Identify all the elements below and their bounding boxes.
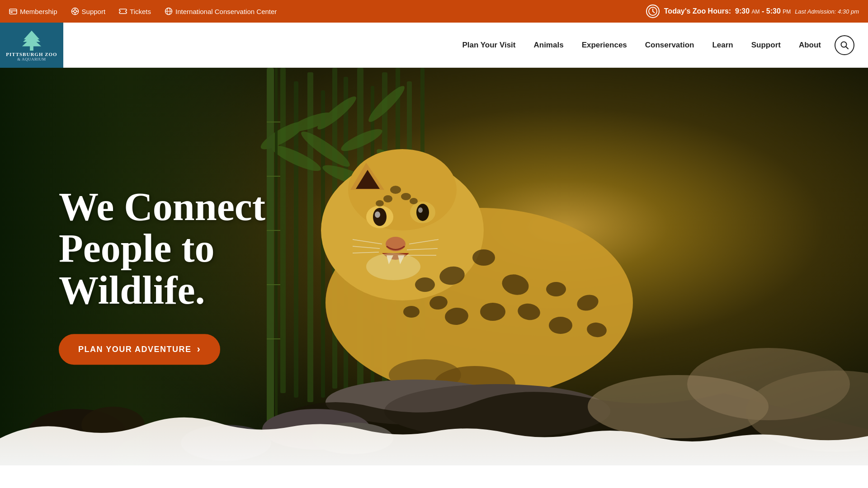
nav-links: Plan Your Visit Animals Experiences Cons… xyxy=(453,35,854,55)
nav-conservation[interactable]: Conservation xyxy=(636,36,703,54)
clock-icon xyxy=(646,5,660,18)
membership-label: Membership xyxy=(20,8,57,15)
utility-support[interactable]: Support xyxy=(71,7,106,15)
search-button[interactable] xyxy=(835,35,854,55)
svg-point-69 xyxy=(373,208,387,226)
hours-label-text: Today's Zoo Hours: xyxy=(664,7,731,15)
headline-line3: Wildlife. xyxy=(59,268,205,312)
plan-btn-label: PLAN YOUR ADVENTURE xyxy=(78,345,192,354)
membership-icon xyxy=(9,7,17,15)
nav-experiences[interactable]: Experiences xyxy=(573,36,636,54)
icc-label: International Conservation Center xyxy=(175,8,277,15)
nav-plan-your-visit[interactable]: Plan Your Visit xyxy=(453,36,524,54)
tickets-icon xyxy=(119,7,127,15)
logo-subtitle: & Aquarium xyxy=(17,57,46,61)
svg-point-84 xyxy=(376,200,384,206)
utility-membership[interactable]: Membership xyxy=(9,7,57,15)
hero-section: We Connect People to Wildlife. PLAN YOUR… xyxy=(0,68,868,465)
svg-line-20 xyxy=(846,47,848,49)
utility-icc[interactable]: International Conservation Center xyxy=(165,7,277,15)
plan-adventure-button[interactable]: PLAN YOUR ADVENTURE › xyxy=(59,334,220,365)
svg-point-70 xyxy=(375,211,380,218)
nav-support[interactable]: Support xyxy=(742,36,790,54)
svg-point-65 xyxy=(415,277,435,292)
svg-point-63 xyxy=(549,317,572,334)
svg-point-81 xyxy=(390,186,401,194)
svg-line-14 xyxy=(653,11,655,13)
svg-point-85 xyxy=(410,198,418,204)
nav-about[interactable]: About xyxy=(790,36,830,54)
svg-point-4 xyxy=(74,10,76,13)
nav-animals[interactable]: Animals xyxy=(524,36,572,54)
chevron-right-icon: › xyxy=(197,343,201,355)
svg-point-82 xyxy=(383,195,392,202)
hero-content: We Connect People to Wildlife. PLAN YOUR… xyxy=(59,186,265,365)
svg-point-86 xyxy=(366,253,420,280)
svg-point-72 xyxy=(416,204,429,221)
svg-point-59 xyxy=(480,303,505,321)
svg-rect-2 xyxy=(10,12,13,13)
hours-label: Today's Zoo Hours: 9:30 AM - 5:30 PM Las… xyxy=(664,7,859,15)
utility-bar: Membership Support Tickets xyxy=(0,0,868,23)
logo-content: Pittsburgh Zoo & Aquarium xyxy=(6,29,57,61)
logo[interactable]: Pittsburgh Zoo & Aquarium xyxy=(0,23,63,68)
svg-point-61 xyxy=(546,282,566,296)
utility-tickets[interactable]: Tickets xyxy=(119,7,151,15)
tickets-label: Tickets xyxy=(130,8,151,15)
svg-rect-0 xyxy=(9,9,17,14)
last-admission: Last Admission: 4:30 pm xyxy=(795,8,859,15)
logo-name: Pittsburgh Zoo xyxy=(6,52,57,57)
icc-icon xyxy=(165,7,173,15)
svg-point-73 xyxy=(418,207,423,213)
svg-point-83 xyxy=(401,193,411,200)
hero-headline: We Connect People to Wildlife. xyxy=(59,186,265,311)
support-label: Support xyxy=(82,8,106,15)
hours-section: Today's Zoo Hours: 9:30 AM - 5:30 PM Las… xyxy=(646,5,859,18)
support-icon xyxy=(71,7,79,15)
svg-rect-23 xyxy=(280,68,286,393)
main-nav: Pittsburgh Zoo & Aquarium Plan Your Visi… xyxy=(0,23,868,68)
headline-line2: People to xyxy=(59,227,215,271)
nav-learn[interactable]: Learn xyxy=(703,36,742,54)
headline-line1: We Connect xyxy=(59,185,265,229)
svg-point-67 xyxy=(403,306,420,318)
svg-point-56 xyxy=(472,249,495,266)
